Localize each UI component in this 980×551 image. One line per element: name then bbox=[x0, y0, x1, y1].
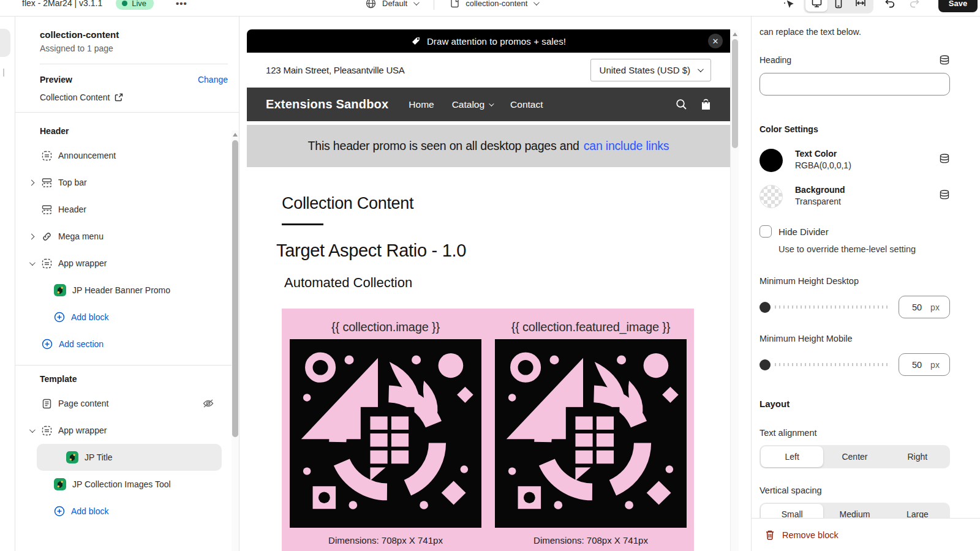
unit-label: px bbox=[930, 302, 940, 312]
store-brand[interactable]: Extensions Sandbox bbox=[266, 97, 388, 111]
trash-icon bbox=[765, 530, 775, 540]
more-actions-button[interactable]: ••• bbox=[176, 0, 187, 9]
background-value: Transparent bbox=[795, 197, 845, 206]
theme-preview: Draw attention to promos + sales! ✕ 123 … bbox=[247, 29, 739, 551]
chevron-right-icon[interactable] bbox=[29, 179, 35, 186]
unit-label: px bbox=[930, 360, 940, 370]
sidebar-item-label: Header bbox=[58, 204, 86, 214]
dynamic-source-icon[interactable] bbox=[939, 190, 950, 200]
preview-target-label[interactable]: Collection Content bbox=[40, 92, 110, 102]
desktop-view-button[interactable] bbox=[805, 0, 827, 12]
divider bbox=[40, 64, 228, 64]
external-link-icon[interactable] bbox=[115, 93, 123, 102]
chevron-down-icon bbox=[413, 0, 420, 6]
min-height-desktop-input[interactable] bbox=[909, 302, 925, 312]
store-topbar: 123 Main Street, Pleasantville USA Unite… bbox=[247, 53, 730, 88]
slider-track[interactable] bbox=[775, 305, 889, 309]
chevron-right-icon[interactable] bbox=[29, 233, 35, 239]
sidebar-block-jp-header-banner-promo[interactable]: JP Header Banner Promo bbox=[15, 277, 239, 304]
cart-bag-icon[interactable] bbox=[701, 99, 711, 110]
dynamic-source-icon[interactable] bbox=[939, 55, 950, 65]
country-selector[interactable]: United States (USD $) bbox=[590, 59, 711, 81]
remove-block-button[interactable]: Remove block bbox=[765, 530, 839, 540]
text-color-value: RGBA(0,0,0,1) bbox=[795, 160, 851, 170]
theme-style-selector[interactable]: Default bbox=[382, 0, 407, 8]
promo-link[interactable]: can include links bbox=[584, 139, 669, 153]
sidebar-block-jp-collection-images-tool[interactable]: JP Collection Images Tool bbox=[15, 471, 239, 498]
remove-block-label: Remove block bbox=[782, 530, 839, 540]
min-height-desktop-box: px bbox=[899, 296, 950, 318]
nav-link-contact[interactable]: Contact bbox=[510, 99, 543, 110]
eye-slash-icon[interactable] bbox=[203, 399, 214, 408]
announcement-bar[interactable]: Draw attention to promos + sales! ✕ bbox=[247, 29, 730, 53]
scrollbar-thumb[interactable] bbox=[732, 39, 738, 148]
desktop-icon bbox=[812, 0, 822, 8]
sidebar-block-jp-title[interactable]: JP Title bbox=[37, 444, 222, 471]
sidebar-item-label: JP Collection Images Tool bbox=[72, 479, 171, 489]
undo-icon bbox=[884, 0, 895, 9]
live-dot-icon bbox=[122, 1, 127, 6]
sidebar-item-app-wrapper-header[interactable]: App wrapper bbox=[15, 250, 239, 277]
hide-divider-checkbox[interactable] bbox=[760, 225, 772, 238]
template-title: collection-content bbox=[40, 29, 228, 40]
plus-circle-icon bbox=[42, 339, 53, 350]
align-center-option[interactable]: Center bbox=[823, 446, 886, 467]
collection-image bbox=[290, 339, 481, 528]
country-selector-label: United States (USD $) bbox=[600, 65, 690, 75]
scroll-up-arrow[interactable] bbox=[733, 32, 737, 36]
add-block-button-template[interactable]: Add block bbox=[15, 498, 239, 525]
mobile-view-button[interactable] bbox=[827, 0, 850, 12]
align-left-option[interactable]: Left bbox=[761, 446, 823, 467]
align-right-option[interactable]: Right bbox=[886, 446, 949, 467]
scroll-up-arrow[interactable] bbox=[233, 133, 238, 137]
sidebar-scrollbar[interactable] bbox=[232, 130, 239, 551]
save-button[interactable]: Save bbox=[938, 0, 978, 12]
chevron-down-icon bbox=[489, 101, 494, 106]
promo-text: This header promo is seen on all desktop… bbox=[308, 139, 579, 153]
add-block-button-header[interactable]: Add block bbox=[15, 304, 239, 331]
chevron-down-icon[interactable] bbox=[29, 260, 36, 266]
chevron-down-icon bbox=[698, 66, 704, 72]
background-color-swatch[interactable] bbox=[760, 185, 783, 208]
min-height-mobile-box: px bbox=[899, 353, 950, 376]
chevron-down-icon[interactable] bbox=[29, 427, 36, 433]
dynamic-source-icon[interactable] bbox=[939, 154, 950, 163]
slider-track[interactable] bbox=[775, 363, 889, 366]
undo-button[interactable] bbox=[880, 0, 899, 13]
sidebar-item-label: Page content bbox=[58, 399, 109, 408]
store-address: 123 Main Street, Pleasantville USA bbox=[266, 65, 405, 75]
sidebar-item-mega-menu[interactable]: Mega menu bbox=[15, 223, 239, 250]
collection-subheading: Automated Collection bbox=[284, 275, 730, 291]
collapse-panel-handle[interactable] bbox=[0, 29, 10, 57]
text-color-swatch[interactable] bbox=[760, 149, 783, 172]
scrollbar-thumb[interactable] bbox=[232, 140, 238, 437]
slider-handle[interactable] bbox=[760, 302, 771, 313]
sidebar-item-announcement[interactable]: Announcement bbox=[15, 142, 239, 169]
inspector-icon[interactable] bbox=[783, 0, 795, 9]
nav-link-catalog[interactable]: Catalog bbox=[452, 99, 492, 110]
sidebar-item-page-content[interactable]: Page content bbox=[15, 390, 239, 417]
min-height-mobile-input[interactable] bbox=[909, 360, 925, 370]
nav-link-home[interactable]: Home bbox=[409, 99, 434, 110]
redo-button[interactable] bbox=[905, 0, 925, 13]
sidebar-item-label: Announcement bbox=[58, 151, 116, 160]
store-nav: Extensions Sandbox Home Catalog Contact bbox=[247, 88, 730, 121]
slider-handle[interactable] bbox=[760, 359, 771, 370]
hide-divider-help-text: Use to override theme-level setting bbox=[778, 244, 950, 254]
settings-intro-text: can replace the text below. bbox=[760, 27, 950, 37]
change-preview-link[interactable]: Change bbox=[198, 75, 228, 84]
preview-scrollbar[interactable] bbox=[730, 29, 739, 551]
search-icon[interactable] bbox=[676, 99, 687, 110]
section-list: Header Announcement Top bar Header bbox=[15, 113, 239, 525]
toolbar-divider bbox=[434, 0, 434, 10]
fullwidth-view-button[interactable] bbox=[850, 0, 872, 12]
settings-footer: Remove block bbox=[752, 518, 980, 551]
add-section-button[interactable]: Add section bbox=[15, 331, 239, 358]
heading-input[interactable] bbox=[760, 73, 950, 96]
sidebar-item-header[interactable]: Header bbox=[15, 196, 239, 223]
app-block-icon bbox=[54, 284, 66, 296]
sidebar-item-app-wrapper-template[interactable]: App wrapper bbox=[15, 417, 239, 444]
sidebar-item-top-bar[interactable]: Top bar bbox=[15, 169, 239, 196]
close-icon[interactable]: ✕ bbox=[708, 34, 723, 48]
page-selector[interactable]: collection-content bbox=[466, 0, 527, 8]
